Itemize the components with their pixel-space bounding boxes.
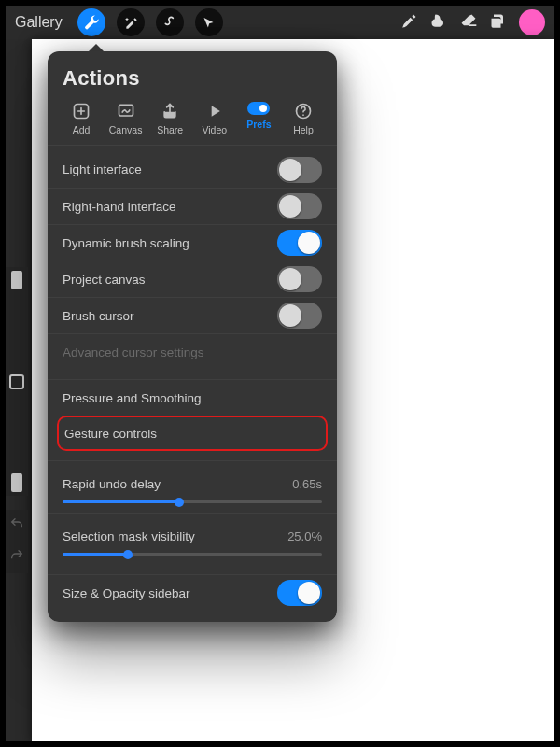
label-size-opacity: Size & Opacity sidebar (63, 586, 190, 600)
row-brush-cursor[interactable]: Brush cursor (48, 297, 337, 333)
toggle-right-hand[interactable] (277, 193, 322, 219)
tab-add[interactable]: Add (61, 102, 102, 135)
cursor-arrow-icon (202, 16, 216, 30)
row-dynamic-brush[interactable]: Dynamic brush scaling (48, 224, 337, 261)
slider-rapid-undo[interactable] (63, 500, 322, 503)
tab-canvas-label: Canvas (109, 124, 143, 135)
toggle-project-canvas[interactable] (277, 266, 322, 292)
wrench-icon (83, 14, 100, 31)
label-pressure: Pressure and Smoothing (63, 391, 202, 405)
layers-icon (489, 12, 508, 31)
row-gesture-controls[interactable]: Gesture controls (57, 416, 328, 451)
panel-tabs: Add Canvas Share Video Prefs (48, 98, 337, 146)
slider-selection-mask[interactable] (63, 553, 322, 556)
label-dynamic-brush: Dynamic brush scaling (63, 236, 189, 250)
paintbrush-icon (399, 12, 418, 31)
add-icon (72, 102, 91, 120)
row-advanced-cursor: Advanced cursor settings (48, 333, 337, 370)
label-brush-cursor: Brush cursor (63, 309, 134, 323)
transform-button[interactable] (195, 8, 223, 36)
smudge-button[interactable] (429, 12, 448, 34)
panel-title: Actions (48, 63, 337, 98)
row-light-interface[interactable]: Light interface (48, 151, 337, 188)
tab-prefs-label: Prefs (246, 119, 271, 130)
row-selection-mask[interactable]: Selection mask visibility 25.0% (48, 513, 337, 565)
video-icon (205, 102, 224, 120)
smudge-icon (429, 12, 448, 31)
wand-icon (123, 15, 138, 30)
label-gesture: Gesture controls (64, 427, 157, 441)
modifier-button[interactable] (9, 374, 24, 389)
brush-button[interactable] (399, 12, 418, 34)
s-curve-icon (162, 15, 177, 30)
help-icon (294, 102, 313, 120)
top-toolbar: Gallery (6, 6, 554, 39)
tab-help-label: Help (293, 124, 314, 135)
undo-icon (9, 516, 24, 531)
toggle-brush-cursor[interactable] (277, 303, 322, 329)
selection-button[interactable] (156, 8, 184, 36)
label-right-hand: Right-hand interface (63, 200, 176, 214)
label-light-interface: Light interface (63, 162, 142, 176)
eraser-icon (459, 12, 478, 31)
row-project-canvas[interactable]: Project canvas (48, 261, 337, 297)
row-pressure-smoothing[interactable]: Pressure and Smoothing (48, 379, 337, 416)
prefs-rows: Light interface Right-hand interface Dyn… (48, 151, 337, 622)
redo-button[interactable] (9, 548, 24, 567)
gallery-button[interactable]: Gallery (15, 14, 63, 31)
prefs-icon (247, 102, 270, 115)
row-rapid-undo[interactable]: Rapid undo delay 0.65s (48, 460, 337, 513)
tab-video[interactable]: Video (194, 102, 235, 135)
tab-canvas[interactable]: Canvas (105, 102, 147, 135)
undo-redo-sidebar (6, 510, 28, 573)
value-selection-mask: 25.0% (287, 529, 322, 543)
tab-share[interactable]: Share (149, 102, 190, 135)
tab-video-label: Video (202, 124, 227, 135)
color-swatch-button[interactable] (519, 9, 545, 35)
toggle-light-interface[interactable] (277, 157, 322, 183)
eraser-button[interactable] (459, 12, 478, 34)
label-selection-mask: Selection mask visibility (63, 529, 195, 543)
actions-wrench-button[interactable] (77, 8, 105, 36)
share-icon (161, 102, 179, 120)
toggle-dynamic-brush[interactable] (277, 230, 322, 256)
adjustments-button[interactable] (117, 8, 145, 36)
actions-panel: Actions Add Canvas Share Video (48, 51, 337, 622)
tab-add-label: Add (73, 124, 91, 135)
row-size-opacity[interactable]: Size & Opacity sidebar (48, 574, 337, 611)
tab-share-label: Share (157, 124, 183, 135)
brush-size-handle[interactable] (11, 271, 22, 289)
tab-help[interactable]: Help (283, 102, 324, 135)
redo-icon (9, 548, 24, 563)
undo-button[interactable] (9, 516, 24, 535)
app-frame: Gallery (0, 0, 560, 747)
toggle-size-opacity[interactable] (277, 580, 322, 606)
tab-prefs[interactable]: Prefs (238, 102, 279, 135)
app-viewport: Gallery (6, 6, 554, 741)
layers-button[interactable] (489, 12, 508, 34)
size-opacity-sidebar[interactable] (6, 267, 28, 496)
canvas-icon (117, 102, 135, 120)
value-rapid-undo: 0.65s (292, 477, 322, 491)
label-advanced-cursor: Advanced cursor settings (63, 345, 204, 359)
brush-opacity-handle[interactable] (11, 473, 22, 492)
label-rapid-undo: Rapid undo delay (63, 477, 161, 491)
row-right-hand[interactable]: Right-hand interface (48, 188, 337, 224)
label-project-canvas: Project canvas (63, 273, 146, 287)
